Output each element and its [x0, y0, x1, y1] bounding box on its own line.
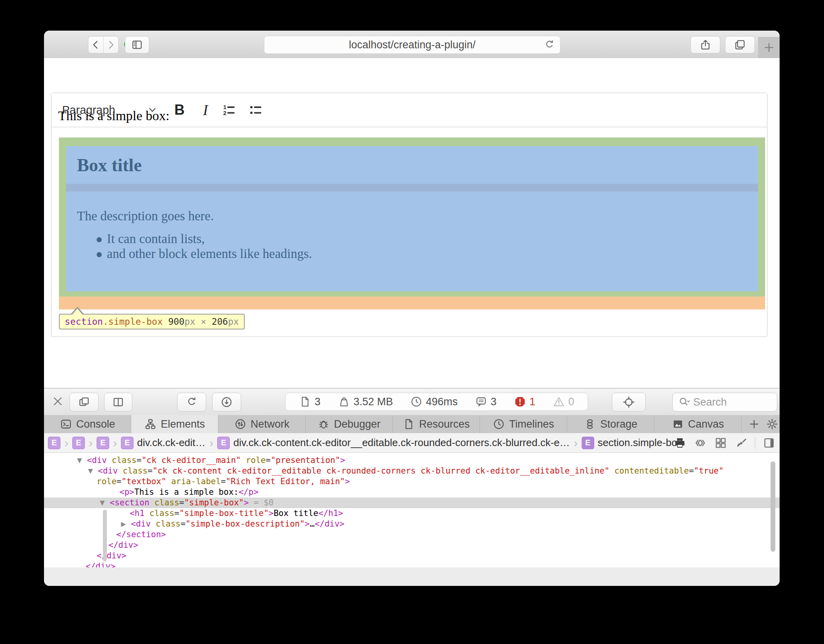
reload-page-button[interactable] [177, 393, 206, 412]
box-title-heading[interactable]: Box title [66, 155, 142, 176]
clock-icon [493, 418, 505, 430]
forward-button[interactable] [103, 37, 118, 53]
split-view-button[interactable] [104, 393, 132, 412]
svg-text:2: 2 [223, 110, 226, 116]
back-button[interactable] [89, 37, 103, 53]
editor-intro-paragraph[interactable]: This is a simple box: [58, 108, 169, 123]
network-icon [234, 418, 247, 430]
highlight-content-description: The description goes here. It can contai… [66, 192, 758, 291]
doc-icon [299, 395, 311, 408]
download-button[interactable] [212, 393, 241, 412]
dom-tree-row[interactable]: ▼ <section class="simple-box"> = $0 [44, 498, 780, 508]
tab-label: Resources [419, 418, 470, 430]
elements-icon [144, 418, 157, 430]
stat-value: 1 [529, 396, 535, 408]
chevron-left-icon [90, 39, 102, 51]
tab-console[interactable]: Console [44, 415, 131, 433]
bullet-icon [97, 252, 102, 257]
stat-value: 3.52 MB [353, 396, 393, 408]
tab-overview-button[interactable] [725, 36, 755, 53]
stat-warn-tri: 0 [553, 395, 574, 408]
tree-scrollbar-thumb[interactable] [771, 461, 775, 552]
bullet-icon [97, 237, 102, 242]
dock-undock-button[interactable] [70, 393, 99, 412]
tooltip-width-unit: px [185, 317, 196, 327]
tab-canvas[interactable]: Canvas [654, 415, 742, 433]
tooltip-tag: section [65, 317, 103, 327]
dom-tree-row[interactable]: </div> [44, 551, 780, 561]
bulleted-list-button[interactable] [248, 102, 264, 118]
debugger-icon [317, 418, 330, 430]
description-paragraph[interactable]: The description goes here. [77, 209, 214, 223]
stat-value: 3 [315, 396, 320, 408]
dom-tree-row[interactable]: <h1 class="simple-box-title">Box title</… [44, 508, 780, 519]
breadcrumb-item[interactable]: E [72, 437, 85, 449]
screenshot-stage: localhost/creating-a-plugin/ Paragraph [0, 0, 824, 644]
highlight-gap-band [66, 184, 758, 192]
dom-tree-row[interactable]: role="textbox" aria-label="Rich Text Edi… [44, 476, 780, 487]
inspector-search-field[interactable]: Search [672, 393, 777, 412]
dom-tree-row[interactable]: </section> [44, 529, 780, 540]
breadcrumb-item-div[interactable]: Ediv.ck.ck-edit… [121, 437, 205, 449]
resource-stats-group: 33.52 MB496ms310 [285, 393, 588, 411]
add-tab-icon[interactable] [748, 418, 760, 430]
description-list-item[interactable]: and other block elements like headings. [107, 247, 312, 261]
settings-icon[interactable] [766, 418, 778, 430]
doc-icon [403, 418, 415, 430]
search-placeholder: Search [693, 396, 727, 408]
dom-tree-row[interactable]: <p>This is a simple box:</p> [44, 487, 780, 498]
tabs-icon [734, 38, 746, 51]
stat-value: 496ms [426, 396, 458, 408]
breadcrumb-separator-icon: › [85, 436, 97, 450]
crosshair-icon [622, 395, 635, 409]
history-nav-group [88, 36, 119, 53]
tooltip-width [163, 317, 168, 327]
grid-icon[interactable] [714, 436, 727, 450]
bold-button-label: B [174, 102, 185, 118]
dom-tree-row[interactable]: </div> [44, 561, 780, 567]
numbered-list-button[interactable]: 12 [221, 102, 237, 118]
dom-tree-row[interactable]: ▼ <div class="ck ck-content ck-editor__e… [44, 466, 780, 476]
warn-tri-icon [553, 395, 565, 408]
download-icon [220, 396, 233, 408]
element-picker-button[interactable] [612, 393, 646, 412]
share-icon [699, 38, 712, 51]
stat-doc: 3 [299, 395, 320, 408]
url-field[interactable]: localhost/creating-a-plugin/ [264, 36, 560, 54]
sidebar-toggle-button[interactable] [125, 36, 149, 53]
breadcrumb-item[interactable]: E [97, 437, 109, 449]
code-brackets-icon[interactable] [694, 436, 707, 450]
tab-storage[interactable]: Storage [567, 415, 654, 433]
dom-tree-row[interactable]: ▶ <div class="simple-box-description">…<… [44, 519, 780, 529]
description-list-item[interactable]: It can contain lists, [107, 232, 205, 246]
share-button[interactable] [690, 36, 720, 53]
web-inspector: 33.52 MB496ms310 Search ConsoleElementsN… [44, 388, 780, 586]
breadcrumb-item-div[interactable]: Ediv.ck.ck-content.ck-editor__editable.c… [217, 437, 569, 449]
tab-network[interactable]: Network [218, 415, 306, 433]
tab-resources[interactable]: Resources [393, 415, 480, 433]
close-inspector-icon[interactable] [50, 394, 65, 409]
tab-elements[interactable]: Elements [131, 415, 218, 433]
brush-icon[interactable] [734, 436, 748, 450]
copy-stack-icon [78, 396, 90, 408]
panel-toggle-icon[interactable] [762, 436, 776, 450]
tooltip-width-value: 900 [168, 317, 185, 327]
new-tab-button[interactable] [758, 37, 780, 58]
italic-button[interactable]: I [194, 93, 217, 127]
safari-window: localhost/creating-a-plugin/ Paragraph [44, 31, 780, 586]
dom-tree-row[interactable]: ▼ <div class="ck ck-editor__main" role="… [44, 455, 780, 466]
reload-icon[interactable] [544, 39, 555, 51]
bold-button[interactable]: B [168, 93, 191, 127]
breadcrumb-item-section[interactable]: Esection.simple-box [582, 437, 682, 449]
tab-timelines[interactable]: Timelines [480, 415, 567, 433]
tab-debugger[interactable]: Debugger [306, 415, 393, 433]
breadcrumb-item[interactable]: E [48, 437, 60, 449]
tab-label: Network [251, 418, 289, 430]
reload-icon [185, 396, 198, 408]
dom-tree-row[interactable]: </div> [44, 540, 780, 551]
element-badge-icon: E [72, 437, 85, 449]
print-icon[interactable] [673, 436, 687, 450]
url-text: localhost/creating-a-plugin/ [349, 39, 476, 51]
divider [755, 437, 755, 449]
stat-value: 3 [491, 396, 496, 408]
